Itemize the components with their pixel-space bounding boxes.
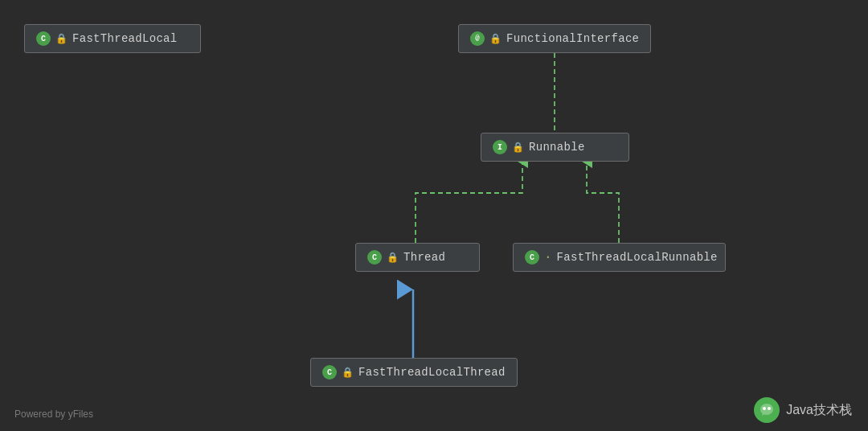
- class-icon-fast-thread-local-runnable: C: [525, 250, 539, 265]
- node-runnable[interactable]: I 🔒 Runnable: [481, 133, 629, 162]
- watermark: Java技术栈: [754, 397, 852, 423]
- lock-icon-fast-thread-local-thread: 🔒: [342, 367, 354, 379]
- diagram-container: C 🔒 FastThreadLocal @ 🔒 FunctionalInterf…: [0, 0, 868, 431]
- node-fast-thread-local-thread[interactable]: C 🔒 FastThreadLocalThread: [310, 358, 518, 387]
- label-thread: Thread: [403, 251, 445, 264]
- powered-by-text: Powered by yFiles: [14, 408, 93, 420]
- watermark-text: Java技术栈: [786, 402, 852, 419]
- wechat-icon: [754, 397, 780, 423]
- node-fast-thread-local[interactable]: C 🔒 FastThreadLocal: [24, 24, 201, 53]
- lock-icon-runnable: 🔒: [512, 142, 524, 154]
- open-icon-fast-thread-local-runnable: ·: [544, 251, 552, 264]
- class-icon-fast-thread-local: C: [36, 31, 51, 46]
- lock-icon-functional-interface: 🔒: [489, 33, 502, 45]
- node-fast-thread-local-runnable[interactable]: C · FastThreadLocalRunnable: [513, 243, 726, 272]
- lock-icon-thread: 🔒: [387, 252, 399, 264]
- class-icon-fast-thread-local-thread: C: [322, 365, 337, 380]
- node-thread[interactable]: C 🔒 Thread: [355, 243, 480, 272]
- interface-icon-runnable: I: [493, 140, 507, 154]
- label-functional-interface: FunctionalInterface: [506, 32, 639, 45]
- label-fast-thread-local-thread: FastThreadLocalThread: [358, 366, 506, 379]
- annotation-icon-functional-interface: @: [470, 31, 485, 46]
- class-icon-thread: C: [367, 250, 382, 265]
- node-functional-interface[interactable]: @ 🔒 FunctionalInterface: [458, 24, 651, 53]
- lock-icon-fast-thread-local: 🔒: [55, 33, 68, 45]
- label-runnable: Runnable: [529, 141, 585, 154]
- label-fast-thread-local-runnable: FastThreadLocalRunnable: [557, 251, 718, 264]
- label-fast-thread-local: FastThreadLocal: [72, 32, 178, 45]
